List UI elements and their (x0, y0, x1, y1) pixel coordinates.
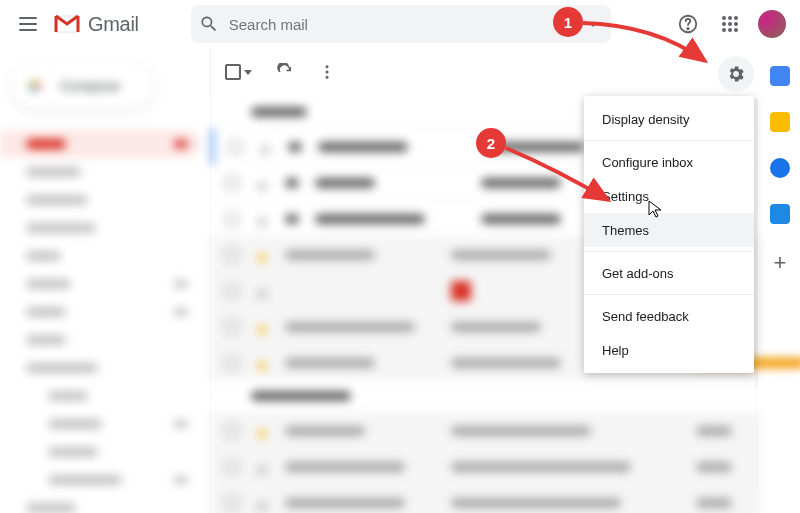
nav-item[interactable] (0, 410, 200, 438)
nav-item[interactable] (0, 270, 200, 298)
search-icon (199, 14, 219, 34)
folder-nav (0, 130, 210, 513)
nav-item[interactable] (0, 466, 200, 494)
compose-label: Compose (60, 78, 120, 94)
refresh-icon (276, 63, 294, 81)
menu-get-addons[interactable]: Get add-ons (584, 256, 754, 290)
search-options-icon[interactable] (589, 22, 597, 27)
header-right (668, 4, 792, 44)
nav-item-inbox[interactable] (0, 130, 200, 158)
menu-help[interactable]: Help (584, 333, 754, 367)
message-row[interactable]: ☆ (211, 484, 760, 513)
callout-2: 2 (476, 128, 506, 158)
nav-item[interactable] (0, 186, 200, 214)
list-toolbar (211, 48, 760, 96)
nav-item[interactable] (0, 494, 200, 513)
svg-point-1 (687, 28, 688, 29)
svg-point-2 (722, 16, 726, 20)
message-row[interactable]: ★ (211, 412, 760, 448)
menu-settings[interactable]: Settings (584, 179, 754, 213)
message-list-panel: Display density Configure inbox Settings… (210, 48, 760, 513)
svg-point-9 (728, 28, 732, 32)
nav-item[interactable] (0, 214, 200, 242)
settings-button[interactable] (718, 56, 754, 92)
nav-item[interactable] (0, 298, 200, 326)
svg-point-5 (722, 22, 726, 26)
app-header: Gmail (0, 0, 800, 48)
compose-icon (24, 75, 46, 97)
main-menu-button[interactable] (8, 4, 48, 44)
svg-point-6 (728, 22, 732, 26)
menu-separator (584, 140, 754, 141)
help-icon (677, 13, 699, 35)
nav-item[interactable] (0, 438, 200, 466)
svg-point-8 (722, 28, 726, 32)
hamburger-icon (19, 17, 37, 31)
nav-item-categories[interactable] (0, 354, 200, 382)
tasks-app[interactable] (770, 158, 790, 178)
checkbox-icon (225, 64, 241, 80)
gmail-icon (54, 14, 80, 34)
right-rail: + (760, 48, 800, 513)
svg-point-3 (728, 16, 732, 20)
section-header (211, 380, 760, 412)
addon-app[interactable] (770, 204, 790, 224)
compose-button[interactable]: Compose (10, 62, 155, 110)
brand-text: Gmail (88, 13, 139, 36)
message-row[interactable]: ☆ (211, 448, 760, 484)
svg-point-12 (326, 71, 329, 74)
account-avatar[interactable] (752, 4, 792, 44)
gear-icon (726, 64, 746, 84)
menu-configure-inbox[interactable]: Configure inbox (584, 145, 754, 179)
cursor-icon (648, 200, 664, 220)
nav-item[interactable] (0, 242, 200, 270)
menu-send-feedback[interactable]: Send feedback (584, 299, 754, 333)
search-bar[interactable] (191, 5, 611, 43)
settings-menu: Display density Configure inbox Settings… (584, 96, 754, 373)
svg-point-7 (734, 22, 738, 26)
menu-themes[interactable]: Themes (584, 213, 754, 247)
svg-point-4 (734, 16, 738, 20)
more-button[interactable] (318, 63, 336, 81)
more-vert-icon (318, 63, 336, 81)
refresh-button[interactable] (276, 63, 294, 81)
apps-button[interactable] (710, 4, 750, 44)
svg-point-11 (326, 65, 329, 68)
main-panel: Display density Configure inbox Settings… (210, 48, 800, 513)
callout-1: 1 (553, 7, 583, 37)
left-sidebar: Compose (0, 48, 210, 513)
svg-point-13 (326, 76, 329, 79)
menu-separator (584, 294, 754, 295)
nav-item[interactable] (0, 158, 200, 186)
svg-point-10 (734, 28, 738, 32)
nav-item[interactable] (0, 382, 200, 410)
menu-display-density[interactable]: Display density (584, 102, 754, 136)
select-all[interactable] (225, 64, 252, 80)
apps-icon (721, 15, 739, 33)
calendar-app[interactable] (770, 66, 790, 86)
chevron-down-icon (244, 70, 252, 75)
avatar-icon (758, 10, 786, 38)
nav-item[interactable] (0, 326, 200, 354)
add-app-button[interactable]: + (774, 250, 787, 276)
support-button[interactable] (668, 4, 708, 44)
gmail-logo[interactable]: Gmail (54, 13, 139, 36)
search-input[interactable] (219, 16, 586, 33)
keep-app[interactable] (770, 112, 790, 132)
menu-separator (584, 251, 754, 252)
